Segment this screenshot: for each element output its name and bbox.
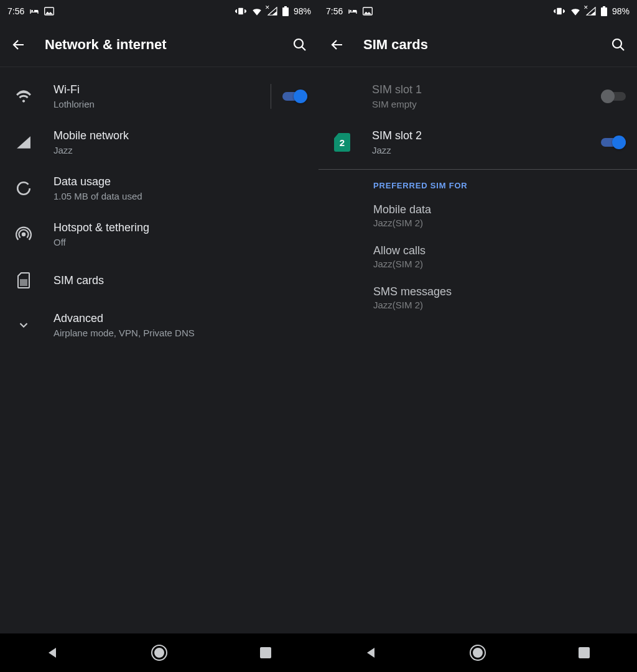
svg-point-6 bbox=[17, 182, 30, 195]
pref-calls-title: Allow calls bbox=[373, 244, 626, 257]
signal-icon bbox=[16, 136, 31, 149]
pref-sms-title: SMS messages bbox=[373, 285, 626, 298]
wifi-subtitle: Lothlorien bbox=[53, 99, 253, 109]
home-nav-button[interactable] bbox=[134, 640, 184, 665]
battery-percent: 98% bbox=[294, 6, 311, 16]
arrow-back-icon bbox=[330, 37, 345, 52]
svg-rect-20 bbox=[579, 647, 590, 658]
pref-calls-sub: Jazz(SIM 2) bbox=[373, 259, 626, 269]
svg-point-5 bbox=[294, 39, 303, 48]
sim-icon bbox=[17, 272, 30, 288]
advanced-row[interactable]: Advanced Airplane mode, VPN, Private DNS bbox=[0, 303, 318, 347]
wifi-icon bbox=[16, 90, 32, 103]
svg-point-12 bbox=[350, 10, 352, 12]
svg-rect-3 bbox=[282, 7, 289, 16]
image-icon bbox=[44, 7, 54, 16]
image-icon bbox=[363, 7, 373, 16]
pref-data-sub: Jazz(SIM 2) bbox=[373, 218, 626, 228]
data-usage-icon bbox=[16, 180, 32, 196]
bed-icon bbox=[29, 7, 39, 15]
app-bar: SIM cards bbox=[318, 22, 637, 67]
wifi-row[interactable]: Wi-Fi Lothlorien bbox=[0, 73, 318, 119]
recent-nav-button[interactable] bbox=[559, 640, 609, 665]
nav-back-icon bbox=[365, 647, 378, 659]
bed-icon bbox=[348, 7, 358, 15]
vibrate-icon bbox=[235, 7, 246, 16]
data-usage-row[interactable]: Data usage 1.05 MB of data used bbox=[0, 165, 318, 211]
pref-mobile-data-row[interactable]: Mobile data Jazz(SIM 2) bbox=[318, 195, 637, 236]
battery-percent: 98% bbox=[612, 6, 630, 16]
svg-point-7 bbox=[22, 233, 25, 236]
nav-back-icon bbox=[47, 647, 59, 659]
search-button[interactable] bbox=[291, 36, 309, 53]
sim-cards-row[interactable]: SIM cards bbox=[0, 257, 318, 303]
arrow-back-icon bbox=[11, 37, 26, 52]
wifi-icon bbox=[570, 7, 581, 16]
nav-home-icon bbox=[151, 644, 168, 661]
wifi-title: Wi-Fi bbox=[53, 83, 253, 96]
clock: 7:56 bbox=[7, 6, 24, 16]
status-bar: 7:56 ✕ 98% bbox=[318, 0, 637, 22]
svg-rect-14 bbox=[557, 8, 562, 15]
navigation-bar bbox=[0, 633, 318, 672]
svg-point-17 bbox=[613, 39, 621, 48]
svg-point-0 bbox=[32, 10, 34, 12]
mobile-network-row[interactable]: Mobile network Jazz bbox=[0, 119, 318, 165]
svg-point-10 bbox=[155, 648, 164, 657]
sim-badge-icon: 2 bbox=[334, 133, 350, 152]
slot2-subtitle: Jazz bbox=[372, 145, 584, 155]
nav-home-icon bbox=[469, 644, 486, 661]
back-button[interactable] bbox=[10, 36, 27, 53]
hotspot-row[interactable]: Hotspot & tethering Off bbox=[0, 211, 318, 257]
back-nav-button[interactable] bbox=[346, 640, 396, 665]
search-button[interactable] bbox=[610, 36, 627, 53]
hotspot-title: Hotspot & tethering bbox=[53, 221, 307, 234]
data-subtitle: 1.05 MB of data used bbox=[53, 191, 307, 201]
divider bbox=[271, 84, 271, 109]
svg-point-19 bbox=[473, 648, 482, 657]
navigation-bar bbox=[318, 633, 637, 672]
back-button[interactable] bbox=[328, 36, 346, 53]
back-nav-button[interactable] bbox=[28, 640, 78, 665]
slot1-subtitle: SIM empty bbox=[372, 99, 584, 109]
pref-sms-row[interactable]: SMS messages Jazz(SIM 2) bbox=[318, 277, 637, 318]
sim-title: SIM cards bbox=[53, 274, 307, 287]
pref-calls-row[interactable]: Allow calls Jazz(SIM 2) bbox=[318, 236, 637, 277]
wifi-toggle[interactable] bbox=[282, 90, 307, 103]
advanced-title: Advanced bbox=[53, 312, 307, 325]
wifi-icon bbox=[251, 7, 263, 16]
battery-icon bbox=[601, 6, 607, 16]
slot2-toggle[interactable] bbox=[601, 136, 626, 149]
slot1-title: SIM slot 1 bbox=[372, 83, 584, 96]
chevron-down-icon bbox=[17, 318, 30, 332]
mobile-subtitle: Jazz bbox=[53, 145, 307, 155]
search-icon bbox=[611, 37, 626, 52]
svg-rect-2 bbox=[238, 8, 243, 15]
slot1-toggle bbox=[601, 90, 626, 103]
advanced-subtitle: Airplane mode, VPN, Private DNS bbox=[53, 328, 307, 338]
vibrate-icon bbox=[554, 7, 565, 16]
home-nav-button[interactable] bbox=[453, 640, 503, 665]
hotspot-subtitle: Off bbox=[53, 237, 307, 247]
app-bar: Network & internet bbox=[0, 22, 318, 67]
slot2-title: SIM slot 2 bbox=[372, 129, 584, 142]
svg-rect-16 bbox=[603, 6, 605, 7]
section-header: PREFERRED SIM FOR bbox=[318, 170, 637, 195]
page-title: SIM cards bbox=[363, 37, 592, 53]
svg-rect-4 bbox=[284, 6, 287, 7]
sim-slot-1-row: SIM slot 1 SIM empty bbox=[318, 73, 637, 119]
svg-rect-8 bbox=[21, 280, 27, 285]
recent-nav-button[interactable] bbox=[241, 640, 291, 665]
battery-icon bbox=[282, 6, 289, 16]
clock: 7:56 bbox=[326, 6, 343, 16]
pref-data-title: Mobile data bbox=[373, 203, 626, 216]
nav-recent-icon bbox=[260, 647, 271, 658]
page-title: Network & internet bbox=[45, 37, 274, 53]
sim-slot-2-row[interactable]: 2 SIM slot 2 Jazz bbox=[318, 119, 637, 165]
data-title: Data usage bbox=[53, 175, 307, 188]
nav-recent-icon bbox=[579, 647, 590, 658]
mobile-title: Mobile network bbox=[53, 129, 307, 142]
svg-rect-15 bbox=[601, 7, 607, 16]
search-icon bbox=[292, 37, 307, 52]
hotspot-icon bbox=[16, 226, 32, 242]
